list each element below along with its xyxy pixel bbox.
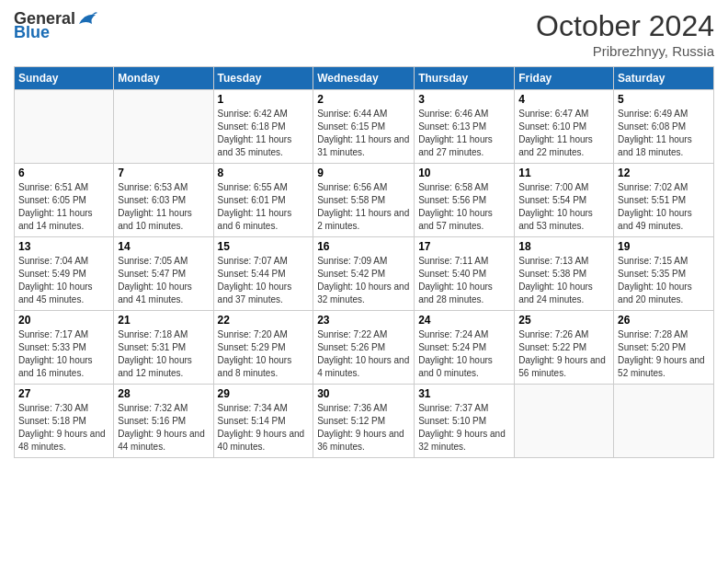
day-number: 17: [418, 240, 510, 253]
calendar-week-2: 6Sunrise: 6:51 AMSunset: 6:05 PMDaylight…: [15, 164, 714, 237]
table-row: 28Sunrise: 7:32 AMSunset: 5:16 PMDayligh…: [114, 385, 213, 458]
day-number: 12: [618, 167, 710, 179]
day-info: Sunrise: 7:34 AMSunset: 5:14 PMDaylight:…: [218, 402, 310, 454]
table-row: 12Sunrise: 7:02 AMSunset: 5:51 PMDayligh…: [614, 164, 714, 237]
day-info: Sunrise: 7:13 AMSunset: 5:38 PMDaylight:…: [518, 255, 609, 306]
table-row: 3Sunrise: 6:46 AMSunset: 6:13 PMDaylight…: [415, 90, 515, 164]
day-info: Sunrise: 7:20 AMSunset: 5:29 PMDaylight:…: [218, 328, 310, 380]
day-number: 27: [18, 387, 109, 400]
logo: General Blue: [14, 9, 97, 42]
calendar-week-4: 20Sunrise: 7:17 AMSunset: 5:33 PMDayligh…: [15, 311, 714, 385]
title-block: October 2024 Pribrezhnyy, Russia: [536, 9, 714, 59]
table-row: 27Sunrise: 7:30 AMSunset: 5:18 PMDayligh…: [15, 385, 114, 458]
calendar-week-3: 13Sunrise: 7:04 AMSunset: 5:49 PMDayligh…: [15, 237, 714, 311]
day-info: Sunrise: 7:02 AMSunset: 5:51 PMDaylight:…: [618, 181, 710, 233]
day-number: 5: [618, 93, 710, 106]
table-row: 2Sunrise: 6:44 AMSunset: 6:15 PMDaylight…: [313, 90, 415, 164]
day-info: Sunrise: 6:58 AMSunset: 5:56 PMDaylight:…: [418, 181, 510, 233]
day-number: 23: [317, 314, 410, 327]
day-number: 14: [118, 240, 209, 253]
day-info: Sunrise: 6:49 AMSunset: 6:08 PMDaylight:…: [618, 108, 710, 159]
col-saturday: Saturday: [614, 67, 714, 90]
day-number: 8: [218, 167, 310, 179]
logo-bird-icon: [77, 11, 97, 28]
table-row: [114, 90, 213, 164]
day-number: 9: [317, 167, 410, 179]
day-info: Sunrise: 7:18 AMSunset: 5:31 PMDaylight:…: [118, 328, 209, 380]
location-subtitle: Pribrezhnyy, Russia: [536, 43, 714, 59]
day-number: 2: [317, 93, 410, 106]
day-info: Sunrise: 7:37 AMSunset: 5:10 PMDaylight:…: [418, 402, 510, 454]
table-row: 10Sunrise: 6:58 AMSunset: 5:56 PMDayligh…: [415, 164, 515, 237]
day-info: Sunrise: 6:46 AMSunset: 6:13 PMDaylight:…: [418, 108, 510, 159]
day-info: Sunrise: 7:36 AMSunset: 5:12 PMDaylight:…: [317, 402, 410, 454]
col-thursday: Thursday: [415, 67, 515, 90]
table-row: 7Sunrise: 6:53 AMSunset: 6:03 PMDaylight…: [114, 164, 213, 237]
day-number: 25: [518, 314, 609, 327]
page: General Blue October 2024 Pribrezhnyy, R…: [0, 0, 728, 563]
day-number: 29: [218, 387, 310, 400]
day-info: Sunrise: 6:53 AMSunset: 6:03 PMDaylight:…: [118, 181, 209, 233]
day-number: 6: [18, 167, 109, 179]
day-info: Sunrise: 6:47 AMSunset: 6:10 PMDaylight:…: [518, 108, 609, 159]
table-row: 25Sunrise: 7:26 AMSunset: 5:22 PMDayligh…: [515, 311, 614, 385]
table-row: 30Sunrise: 7:36 AMSunset: 5:12 PMDayligh…: [313, 385, 415, 458]
table-row: 11Sunrise: 7:00 AMSunset: 5:54 PMDayligh…: [515, 164, 614, 237]
day-number: 16: [317, 240, 410, 253]
logo-blue-text: Blue: [14, 23, 50, 42]
table-row: 9Sunrise: 6:56 AMSunset: 5:58 PMDaylight…: [313, 164, 415, 237]
day-number: 11: [518, 167, 609, 179]
day-info: Sunrise: 7:11 AMSunset: 5:40 PMDaylight:…: [418, 255, 510, 306]
table-row: 15Sunrise: 7:07 AMSunset: 5:44 PMDayligh…: [213, 237, 313, 311]
day-info: Sunrise: 7:30 AMSunset: 5:18 PMDaylight:…: [18, 402, 109, 454]
day-info: Sunrise: 6:56 AMSunset: 5:58 PMDaylight:…: [317, 181, 410, 233]
day-info: Sunrise: 7:07 AMSunset: 5:44 PMDaylight:…: [218, 255, 310, 306]
table-row: [15, 90, 114, 164]
day-number: 4: [518, 93, 609, 106]
table-row: 22Sunrise: 7:20 AMSunset: 5:29 PMDayligh…: [213, 311, 313, 385]
day-info: Sunrise: 7:15 AMSunset: 5:35 PMDaylight:…: [618, 255, 710, 306]
table-row: 20Sunrise: 7:17 AMSunset: 5:33 PMDayligh…: [15, 311, 114, 385]
day-info: Sunrise: 7:17 AMSunset: 5:33 PMDaylight:…: [18, 328, 109, 380]
table-row: 23Sunrise: 7:22 AMSunset: 5:26 PMDayligh…: [313, 311, 415, 385]
calendar-week-5: 27Sunrise: 7:30 AMSunset: 5:18 PMDayligh…: [15, 385, 714, 458]
calendar-table: Sunday Monday Tuesday Wednesday Thursday…: [14, 66, 714, 458]
day-number: 19: [618, 240, 710, 253]
table-row: 4Sunrise: 6:47 AMSunset: 6:10 PMDaylight…: [515, 90, 614, 164]
header: General Blue October 2024 Pribrezhnyy, R…: [14, 9, 714, 59]
day-info: Sunrise: 7:09 AMSunset: 5:42 PMDaylight:…: [317, 255, 410, 306]
table-row: 5Sunrise: 6:49 AMSunset: 6:08 PMDaylight…: [614, 90, 714, 164]
table-row: 16Sunrise: 7:09 AMSunset: 5:42 PMDayligh…: [313, 237, 415, 311]
day-number: 20: [18, 314, 109, 327]
day-info: Sunrise: 7:26 AMSunset: 5:22 PMDaylight:…: [518, 328, 609, 380]
col-wednesday: Wednesday: [313, 67, 415, 90]
col-monday: Monday: [114, 67, 213, 90]
table-row: 24Sunrise: 7:24 AMSunset: 5:24 PMDayligh…: [415, 311, 515, 385]
col-sunday: Sunday: [15, 67, 114, 90]
table-row: 6Sunrise: 6:51 AMSunset: 6:05 PMDaylight…: [15, 164, 114, 237]
table-row: 1Sunrise: 6:42 AMSunset: 6:18 PMDaylight…: [213, 90, 313, 164]
calendar-week-1: 1Sunrise: 6:42 AMSunset: 6:18 PMDaylight…: [15, 90, 714, 164]
day-number: 22: [218, 314, 310, 327]
day-number: 10: [418, 167, 510, 179]
table-row: 8Sunrise: 6:55 AMSunset: 6:01 PMDaylight…: [213, 164, 313, 237]
day-info: Sunrise: 7:00 AMSunset: 5:54 PMDaylight:…: [518, 181, 609, 233]
table-row: [614, 385, 714, 458]
table-row: 19Sunrise: 7:15 AMSunset: 5:35 PMDayligh…: [614, 237, 714, 311]
day-info: Sunrise: 7:24 AMSunset: 5:24 PMDaylight:…: [418, 328, 510, 380]
day-number: 18: [518, 240, 609, 253]
day-info: Sunrise: 6:55 AMSunset: 6:01 PMDaylight:…: [218, 181, 310, 233]
col-friday: Friday: [515, 67, 614, 90]
day-info: Sunrise: 7:32 AMSunset: 5:16 PMDaylight:…: [118, 402, 209, 454]
day-number: 26: [618, 314, 710, 327]
day-number: 30: [317, 387, 410, 400]
table-row: 29Sunrise: 7:34 AMSunset: 5:14 PMDayligh…: [213, 385, 313, 458]
table-row: 17Sunrise: 7:11 AMSunset: 5:40 PMDayligh…: [415, 237, 515, 311]
table-row: 31Sunrise: 7:37 AMSunset: 5:10 PMDayligh…: [415, 385, 515, 458]
day-info: Sunrise: 6:44 AMSunset: 6:15 PMDaylight:…: [317, 108, 410, 159]
table-row: 26Sunrise: 7:28 AMSunset: 5:20 PMDayligh…: [614, 311, 714, 385]
day-number: 15: [218, 240, 310, 253]
table-row: 18Sunrise: 7:13 AMSunset: 5:38 PMDayligh…: [515, 237, 614, 311]
table-row: 21Sunrise: 7:18 AMSunset: 5:31 PMDayligh…: [114, 311, 213, 385]
table-row: 13Sunrise: 7:04 AMSunset: 5:49 PMDayligh…: [15, 237, 114, 311]
